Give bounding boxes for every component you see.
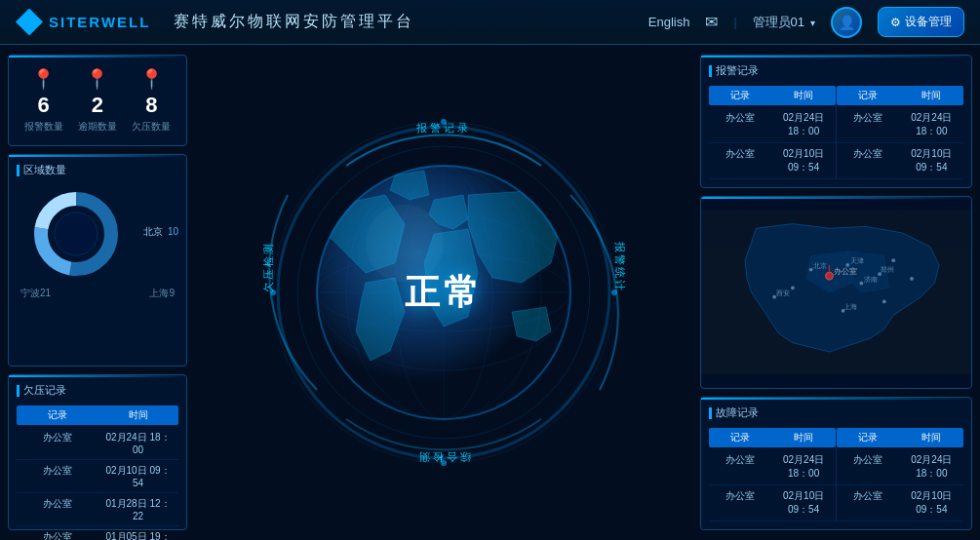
svg-text:郑州: 郑州 [881,266,894,273]
overdue-label: 逾期数量 [78,120,117,134]
alert-header-left: 记录 时间 [709,86,836,105]
table-row: 办公室 01月28日 12：22 [17,493,178,526]
alert-records-card: 报警记录 记录 时间 办公室 02月24日 18：00 办公室 02月10日 0… [700,55,972,188]
svg-text:天津: 天津 [850,257,864,264]
map-card: 办公室 北京 天津 济南 郑州 上海 西安 [700,196,972,389]
overdue-pin-icon: 📍 [86,67,109,91]
table-row: 办公室 02月24日 18：00 [709,107,836,143]
table-row: 办公室 01月05日 19：44 [17,526,178,540]
header: SITERWELL 赛特威尔物联网安防管理平台 English ✉ | 管理员0… [0,0,980,45]
header-right: English ✉ | 管理员01 👤 ⚙ 设备管理 [648,7,964,38]
language-selector[interactable]: English [648,15,690,29]
donut-chart [27,185,125,283]
fault-col-record-r: 记录 [837,428,900,447]
undervolt-label: 欠压数量 [132,120,171,134]
svg-point-38 [882,300,886,304]
table-row: 办公室 02月24日 18：00 [17,427,178,460]
overdue-record-3: 办公室 [17,528,98,540]
overdue-col-record: 记录 [17,405,98,425]
region-ningbo-label: 宁波21 [20,287,51,300]
fault-time-l0: 02月24日 18：00 [772,451,836,482]
overdue-record-1: 办公室 [17,462,98,490]
alert-col-record-r: 记录 [837,86,900,105]
alert-time-l0: 02月24日 18：00 [772,109,836,140]
table-row: 办公室 02月24日 18：00 [837,107,964,143]
device-mgmt-label: 设备管理 [905,14,952,30]
svg-point-33 [809,268,813,272]
overdue-time-3: 01月05日 19：44 [98,528,178,540]
table-row: 办公室 02月10日 09：54 [709,143,836,179]
table-row: 办公室 02月10日 09：54 [709,485,836,521]
region-beijing-value: 10 [168,226,178,237]
table-row: 办公室 02月24日 18：00 [709,449,836,485]
avatar[interactable]: 👤 [831,7,862,38]
alert-col-time-l: 时间 [772,86,836,105]
fault-record-l1: 办公室 [709,487,772,519]
region-beijing: 北京 10 [143,225,178,239]
globe-wrapper: 正常 报警记录 报警统计 综合检测 欠压检测 [258,107,629,478]
alert-records-title: 报警记录 [709,63,963,78]
map-svg: 办公室 北京 天津 济南 郑州 上海 西安 [701,197,971,388]
alert-col-time-r: 时间 [900,86,963,105]
fault-header-left: 记录 时间 [709,428,836,447]
svg-point-35 [859,282,863,286]
alert-time-r1: 02月10日 09：54 [900,145,963,176]
mail-icon[interactable]: ✉ [705,13,718,31]
overdue-record-2: 办公室 [17,495,98,523]
table-row: 办公室 02月10日 09：54 [837,485,964,521]
admin-chevron [808,15,815,29]
status-text: 正常 [405,269,483,317]
arc-label-right: 报警统计 [612,242,627,292]
alert-col-left: 记录 时间 办公室 02月24日 18：00 办公室 02月10日 09：54 [709,86,837,179]
alarm-label: 报警数量 [24,120,63,134]
arc-label-left: 欠压检测 [261,242,276,292]
admin-menu[interactable]: 管理员01 [753,14,815,31]
overdue-title: 欠压记录 [17,383,178,398]
overdue-table-header: 记录 时间 [17,405,178,425]
alert-time-r0: 02月24日 18：00 [900,109,963,140]
svg-point-4 [55,212,98,255]
alarm-count: 6 [38,95,50,116]
logo: SITERWELL [16,9,150,36]
alert-record-l0: 办公室 [709,109,772,140]
svg-point-41 [891,258,895,262]
fault-col-time-l: 时间 [772,428,836,447]
fault-col-time-r: 时间 [900,428,963,447]
alert-time-l1: 02月10日 09：54 [772,145,836,176]
fault-records-table: 记录 时间 办公室 02月24日 18：00 办公室 02月10日 09：54 [709,428,963,521]
svg-text:济南: 济南 [864,276,878,284]
alarm-pin-icon: 📍 [32,67,56,91]
fault-record-r0: 办公室 [837,451,900,482]
arc-label-top: 报警记录 [416,121,471,135]
table-row: 办公室 02月10日 09：54 [837,143,964,179]
fault-col-right: 记录 时间 办公室 02月24日 18：00 办公室 02月10日 09：54 [837,428,964,521]
alert-record-l1: 办公室 [709,145,772,176]
arc-label-bottom: 综合检测 [416,449,471,464]
svg-text:上海: 上海 [843,303,857,310]
alert-header-right: 记录 时间 [837,86,964,105]
device-mgmt-button[interactable]: ⚙ 设备管理 [878,7,964,37]
svg-point-34 [845,263,849,267]
table-row: 办公室 02月10日 09：54 [17,460,178,493]
alert-records-table: 记录 时间 办公室 02月24日 18：00 办公室 02月10日 09：54 [709,86,963,179]
alert-col-record-l: 记录 [709,86,772,105]
alert-record-r1: 办公室 [837,145,900,176]
overdue-count: 2 [92,95,103,116]
alert-record-r0: 办公室 [837,109,900,140]
overdue-col-time: 时间 [98,405,178,425]
fault-record-l0: 办公室 [709,451,772,482]
svg-point-36 [791,286,795,289]
stat-alarm: 📍 6 报警数量 [24,67,63,134]
right-panel: 报警记录 记录 时间 办公室 02月24日 18：00 办公室 02月10日 0… [692,45,980,540]
alert-col-right: 记录 时间 办公室 02月24日 18：00 办公室 02月10日 09：54 [837,86,964,179]
main-content: 📍 6 报警数量 📍 2 逾期数量 📍 8 欠压数量 区域数量 [0,45,980,540]
svg-text:办公室: 办公室 [834,267,857,276]
region-title: 区域数量 [17,163,178,177]
stats-row: 📍 6 报警数量 📍 2 逾期数量 📍 8 欠压数量 [20,67,175,134]
logo-text: SITERWELL [49,14,150,30]
region-card: 区域数量 [8,154,187,366]
center-panel: 正常 报警记录 报警统计 综合检测 欠压检测 [195,45,692,540]
fault-time-r1: 02月10日 09：54 [900,487,963,519]
fault-col-record-l: 记录 [709,428,772,447]
stats-card: 📍 6 报警数量 📍 2 逾期数量 📍 8 欠压数量 [8,55,187,146]
